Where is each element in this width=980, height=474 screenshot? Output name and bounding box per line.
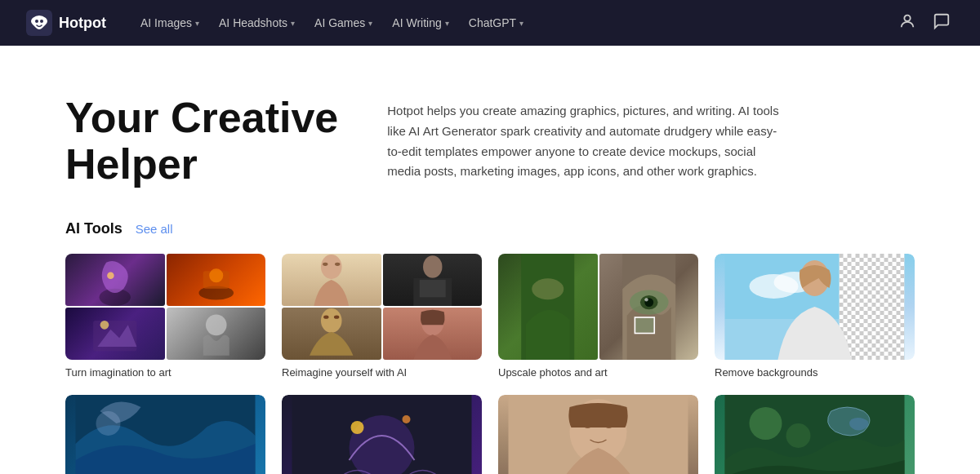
chevron-down-icon: ▾	[519, 19, 523, 28]
tools-header: AI Tools See all	[65, 220, 915, 237]
nav-item-chatgpt[interactable]: ChatGPT ▾	[461, 11, 532, 34]
svg-rect-17	[419, 280, 445, 297]
nav-item-ai-games[interactable]: AI Games ▾	[306, 11, 381, 34]
tool-card-5[interactable]	[65, 395, 265, 474]
svg-point-13	[323, 263, 327, 266]
navbar: Hotpot AI Images ▾ AI Headshots ▾ AI Gam…	[0, 0, 980, 46]
tool-card-upscale[interactable]: Upscale photos and art	[498, 254, 698, 379]
svg-point-19	[323, 316, 328, 319]
user-icon[interactable]	[895, 9, 920, 38]
tool-label-2: Reimagine yourself with AI	[282, 366, 482, 379]
svg-point-2	[40, 20, 43, 23]
hero-description: Hotpot helps you create amazing graphics…	[387, 101, 779, 182]
nav-item-ai-headshots[interactable]: AI Headshots ▾	[211, 11, 303, 34]
tools-section: AI Tools See all	[0, 220, 980, 474]
chevron-down-icon: ▾	[291, 19, 295, 28]
svg-point-12	[321, 255, 342, 279]
chevron-down-icon: ▾	[445, 19, 449, 28]
svg-point-3	[904, 15, 910, 20]
svg-point-18	[321, 308, 342, 333]
svg-rect-30	[635, 318, 653, 332]
tool-image-2	[282, 254, 482, 360]
svg-point-11	[205, 315, 226, 336]
svg-rect-41	[840, 254, 905, 360]
tool-image-4	[715, 254, 915, 360]
hero-description-block: Hotpot helps you create amazing graphics…	[387, 95, 779, 182]
tool-card-6[interactable]	[282, 395, 482, 474]
see-all-link[interactable]: See all	[136, 222, 173, 236]
tool-card-remove-bg[interactable]: Remove backgrounds	[715, 254, 915, 379]
tool-image-8	[715, 395, 915, 474]
svg-point-8	[209, 269, 223, 283]
tool-card-reimagine[interactable]: Reimagine yourself with AI	[282, 254, 482, 379]
hero-title: Your Creative Helper	[65, 95, 338, 188]
hero-title-block: Your Creative Helper	[65, 95, 338, 188]
chevron-down-icon: ▾	[368, 19, 372, 28]
svg-point-47	[351, 421, 364, 434]
svg-point-55	[786, 423, 811, 448]
tool-image-7	[498, 395, 698, 474]
nav-item-ai-writing[interactable]: AI Writing ▾	[384, 11, 457, 34]
nav-item-ai-images[interactable]: AI Images ▾	[132, 11, 207, 34]
nav-right	[895, 9, 954, 38]
tool-label-3: Upscale photos and art	[498, 366, 698, 379]
tool-label-1: Turn imagination to art	[65, 366, 265, 379]
tool-image-5	[65, 395, 265, 474]
svg-point-15	[423, 256, 442, 279]
logo[interactable]: Hotpot	[26, 10, 106, 36]
tool-label-4: Remove backgrounds	[715, 366, 915, 379]
tool-card-8[interactable]	[715, 395, 915, 474]
chat-icon[interactable]	[929, 9, 954, 38]
svg-point-1	[35, 20, 38, 23]
svg-point-28	[644, 299, 648, 302]
hero-section: Your Creative Helper Hotpot helps you cr…	[0, 46, 980, 220]
svg-point-48	[403, 415, 411, 423]
svg-point-20	[334, 316, 339, 319]
tool-image-3	[498, 254, 698, 360]
tool-card-imagination[interactable]: Turn imagination to art	[65, 254, 265, 379]
svg-point-10	[100, 321, 109, 330]
chevron-down-icon: ▾	[195, 19, 199, 28]
svg-point-14	[335, 263, 340, 266]
svg-point-54	[750, 407, 782, 440]
tool-image-6	[282, 395, 482, 474]
nav-links: AI Images ▾ AI Headshots ▾ AI Games ▾ AI…	[132, 11, 889, 34]
tool-card-7[interactable]	[498, 395, 698, 474]
tools-heading: AI Tools	[65, 220, 122, 237]
tool-image-1	[65, 254, 265, 360]
tools-grid: Turn imagination to art	[65, 254, 915, 474]
svg-point-5	[107, 272, 114, 280]
logo-text: Hotpot	[59, 15, 106, 32]
svg-point-23	[532, 279, 564, 300]
